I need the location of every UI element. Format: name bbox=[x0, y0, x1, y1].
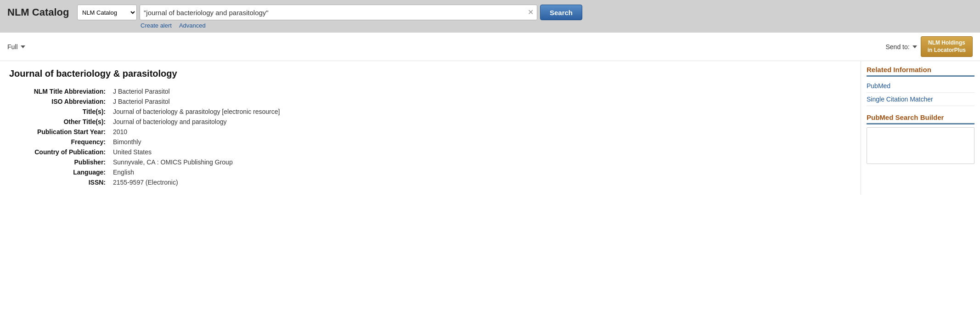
format-dropdown[interactable]: Full bbox=[7, 43, 25, 51]
app-title: NLM Catalog bbox=[7, 6, 72, 18]
table-row: Publisher: Sunnyvale, CA : OMICS Publish… bbox=[9, 157, 851, 167]
table-row: Language: English bbox=[9, 167, 851, 177]
field-value: Sunnyvale, CA : OMICS Publishing Group bbox=[110, 157, 851, 167]
field-label: Frequency: bbox=[9, 137, 110, 147]
pubmed-builder-section: PubMed Search Builder bbox=[867, 113, 974, 165]
send-to-dropdown[interactable]: Send to: bbox=[886, 43, 917, 51]
field-value: United States bbox=[110, 147, 851, 157]
field-label: NLM Title Abbreviation: bbox=[9, 86, 110, 96]
search-wrapper: NLM Catalog PubMed PMC Bookshelf ✕ Searc… bbox=[77, 5, 582, 20]
related-info-title: Related Information bbox=[867, 66, 974, 77]
toolbar: Full Send to: NLM Holdings in LocatorPlu… bbox=[0, 33, 980, 61]
field-label: Country of Publication: bbox=[9, 147, 110, 157]
field-value: Bimonthly bbox=[110, 137, 851, 147]
field-label: Publisher: bbox=[9, 157, 110, 167]
search-button[interactable]: Search bbox=[540, 5, 582, 20]
database-select[interactable]: NLM Catalog PubMed PMC Bookshelf bbox=[77, 5, 137, 20]
header-top: NLM Catalog NLM Catalog PubMed PMC Books… bbox=[7, 5, 973, 20]
create-alert-link[interactable]: Create alert bbox=[141, 22, 172, 29]
table-row: Publication Start Year: 2010 bbox=[9, 127, 851, 137]
table-row: Country of Publication: United States bbox=[9, 147, 851, 157]
article-detail: Journal of bacteriology & parasitology N… bbox=[0, 61, 861, 195]
sidebar-related-link[interactable]: Single Citation Matcher bbox=[867, 93, 974, 106]
header-links: Create alert Advanced bbox=[141, 22, 973, 29]
field-value: English bbox=[110, 167, 851, 177]
send-to-label: Send to: bbox=[886, 43, 910, 51]
advanced-link[interactable]: Advanced bbox=[179, 22, 206, 29]
field-value: 2155-9597 (Electronic) bbox=[110, 177, 851, 187]
pubmed-search-box[interactable] bbox=[867, 127, 974, 164]
table-row: ISO Abbreviation: J Bacteriol Parasitol bbox=[9, 96, 851, 107]
field-value: Journal of bacteriology and parasitology bbox=[110, 117, 851, 127]
header: NLM Catalog NLM Catalog PubMed PMC Books… bbox=[0, 0, 980, 33]
nlm-holdings-button[interactable]: NLM Holdings in LocatorPlus bbox=[921, 36, 973, 57]
send-to-chevron-icon bbox=[912, 45, 917, 48]
detail-table: NLM Title Abbreviation: J Bacteriol Para… bbox=[9, 86, 851, 187]
field-label: Language: bbox=[9, 167, 110, 177]
search-input[interactable] bbox=[140, 5, 537, 20]
toolbar-right: Send to: NLM Holdings in LocatorPlus bbox=[886, 36, 973, 57]
sidebar: Related Information PubMedSingle Citatio… bbox=[861, 61, 980, 195]
clear-icon[interactable]: ✕ bbox=[528, 9, 534, 16]
nlm-holdings-line2: in LocatorPlus bbox=[928, 47, 966, 53]
toolbar-left: Full bbox=[7, 43, 25, 51]
field-value: J Bacteriol Parasitol bbox=[110, 96, 851, 107]
field-value: 2010 bbox=[110, 127, 851, 137]
field-label: Title(s): bbox=[9, 107, 110, 117]
sidebar-related-link[interactable]: PubMed bbox=[867, 79, 974, 93]
article-title: Journal of bacteriology & parasitology bbox=[9, 68, 851, 79]
field-value: J Bacteriol Parasitol bbox=[110, 86, 851, 96]
nlm-holdings-line1: NLM Holdings bbox=[928, 39, 965, 46]
field-label: Other Title(s): bbox=[9, 117, 110, 127]
field-label: ISSN: bbox=[9, 177, 110, 187]
chevron-down-icon bbox=[21, 45, 25, 48]
pubmed-builder-title: PubMed Search Builder bbox=[867, 113, 974, 124]
content-area: Journal of bacteriology & parasitology N… bbox=[0, 61, 980, 195]
table-row: Other Title(s): Journal of bacteriology … bbox=[9, 117, 851, 127]
field-label: ISO Abbreviation: bbox=[9, 96, 110, 107]
field-label: Publication Start Year: bbox=[9, 127, 110, 137]
search-field-wrapper: ✕ bbox=[140, 5, 537, 20]
table-row: ISSN: 2155-9597 (Electronic) bbox=[9, 177, 851, 187]
table-row: Title(s): Journal of bacteriology & para… bbox=[9, 107, 851, 117]
table-row: Frequency: Bimonthly bbox=[9, 137, 851, 147]
table-row: NLM Title Abbreviation: J Bacteriol Para… bbox=[9, 86, 851, 96]
format-label: Full bbox=[7, 43, 18, 51]
related-links-container: PubMedSingle Citation Matcher bbox=[867, 79, 974, 106]
field-value: Journal of bacteriology & parasitology [… bbox=[110, 107, 851, 117]
